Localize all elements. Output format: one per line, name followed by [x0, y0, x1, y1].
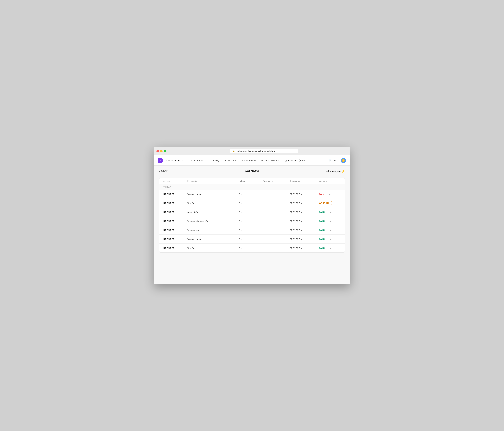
- action-cell: REQUEST: [163, 238, 187, 240]
- application-cell: –: [263, 202, 290, 205]
- header-application: Application: [263, 180, 290, 182]
- application-cell: –: [263, 247, 290, 249]
- nav-customize[interactable]: ✎ Customize: [239, 158, 258, 163]
- action-cell: REQUEST: [163, 211, 187, 214]
- nav-exchange[interactable]: ⊞ Exchange BETA: [282, 158, 309, 163]
- table-row[interactable]: REQUEST /transactions/get Client – 02:31…: [159, 190, 345, 199]
- nav-support[interactable]: ✉ Support: [222, 158, 238, 163]
- response-cell: PASS ⌄: [317, 246, 341, 250]
- expand-button[interactable]: ⌄: [329, 237, 333, 241]
- response-cell: WARNING ⌄: [317, 201, 341, 205]
- table-row[interactable]: REQUEST /accounts/balances/get Client – …: [159, 217, 345, 226]
- expand-button[interactable]: ⌄: [333, 201, 338, 205]
- action-cell: REQUEST: [163, 193, 187, 196]
- header-response: Response: [317, 180, 341, 182]
- timestamp-cell: 02:31:50 PM: [290, 238, 317, 240]
- initiator-cell: Client: [239, 211, 263, 214]
- nav-exchange-label: Exchange: [288, 159, 298, 162]
- browser-nav: ← →: [169, 149, 179, 153]
- overview-icon: ⌂: [190, 159, 192, 162]
- section-today: TODAY: [159, 185, 345, 190]
- forward-arrow[interactable]: →: [174, 149, 179, 153]
- nav-overview-label: Overview: [193, 159, 203, 162]
- browser-window: ← → 🔒 dashboard.plaid.com/exchange/valid…: [154, 147, 350, 284]
- initiator-cell: Client: [239, 193, 263, 196]
- response-cell: PASS ⌄: [317, 210, 341, 214]
- table-row[interactable]: REQUEST /transactions/get Client – 02:31…: [159, 235, 345, 244]
- description-cell: /transactions/get: [187, 238, 239, 240]
- browser-url-bar[interactable]: 🔒 dashboard.plaid.com/exchange/validator: [230, 149, 298, 153]
- description-cell: /accounts/get: [187, 229, 239, 231]
- top-navigation: P Platypus Bank ↕ ⌂ Overview 〰 Activity …: [154, 156, 350, 166]
- nav-team-settings-label: Team Settings: [264, 159, 279, 162]
- response-badge-pass: PASS: [317, 219, 327, 223]
- initiator-cell: Client: [239, 220, 263, 223]
- table-row[interactable]: REQUEST accounts/get Client – 02:31:50 P…: [159, 208, 345, 217]
- table-row[interactable]: REQUEST /item/get Client – 02:31:50 PM W…: [159, 199, 345, 208]
- exchange-icon: ⊞: [285, 159, 287, 162]
- expand-button[interactable]: ⌄: [328, 192, 332, 196]
- back-arrow[interactable]: ←: [169, 149, 173, 153]
- support-icon: ✉: [225, 159, 227, 162]
- action-cell: REQUEST: [163, 229, 187, 231]
- lock-icon: 🔒: [232, 150, 235, 152]
- response-badge-pass: PASS: [317, 246, 327, 250]
- nav-support-label: Support: [228, 159, 236, 162]
- docs-label: Docs: [333, 159, 338, 162]
- expand-button[interactable]: ⌄: [329, 219, 333, 223]
- back-arrow-icon: ‹: [159, 170, 160, 173]
- application-cell: –: [263, 229, 290, 231]
- response-cell: PASS ⌄: [317, 237, 341, 241]
- lightning-icon: ⚡: [342, 170, 345, 173]
- activity-icon: 〰: [208, 159, 211, 162]
- nav-overview[interactable]: ⌂ Overview: [188, 158, 205, 163]
- nav-activity-label: Activity: [212, 159, 219, 162]
- response-cell: PASS ⌄: [317, 219, 341, 223]
- header-description: Description: [187, 180, 239, 182]
- header-timestamp: Timestamp: [290, 180, 317, 182]
- action-cell: REQUEST: [163, 220, 187, 223]
- validate-again-button[interactable]: Validate again ⚡: [325, 170, 345, 173]
- initiator-cell: Client: [239, 238, 263, 240]
- beta-badge: BETA: [299, 159, 306, 162]
- back-label: BACK: [161, 170, 168, 173]
- description-cell: /transactions/get: [187, 193, 239, 196]
- brand: P Platypus Bank ↕: [158, 158, 183, 163]
- expand-button[interactable]: ⌄: [329, 228, 333, 232]
- browser-controls: [156, 150, 166, 152]
- docs-link[interactable]: 📄 Docs: [329, 159, 338, 162]
- team-settings-icon: ⚙: [261, 159, 263, 162]
- response-badge-fail: FAIL: [317, 192, 326, 196]
- table-row[interactable]: REQUEST /item/get Client – 02:31:50 PM P…: [159, 244, 345, 253]
- url-text: dashboard.plaid.com/exchange/validator: [236, 150, 275, 152]
- brand-chevron-icon[interactable]: ↕: [181, 159, 183, 162]
- page-body: ‹ BACK Validator Validate again ⚡ Action…: [154, 166, 350, 284]
- timestamp-cell: 02:31:50 PM: [290, 202, 317, 205]
- timestamp-cell: 02:31:50 PM: [290, 211, 317, 214]
- application-cell: –: [263, 238, 290, 240]
- expand-button[interactable]: ⌄: [329, 210, 333, 214]
- response-badge-pass: PASS: [317, 237, 327, 241]
- table-row[interactable]: REQUEST /accounts/get Client – 02:31:50 …: [159, 226, 345, 235]
- nav-activity[interactable]: 〰 Activity: [206, 158, 222, 163]
- validate-again-label: Validate again: [325, 170, 341, 173]
- nav-team-settings[interactable]: ⚙ Team Settings: [259, 158, 282, 163]
- header-action: Action: [163, 180, 187, 182]
- nav-customize-label: Customize: [244, 159, 256, 162]
- close-button[interactable]: [156, 150, 159, 152]
- validator-header: ‹ BACK Validator Validate again ⚡: [159, 170, 345, 173]
- user-avatar[interactable]: 😊: [341, 158, 346, 163]
- initiator-cell: Client: [239, 229, 263, 231]
- page-content: P Platypus Bank ↕ ⌂ Overview 〰 Activity …: [154, 156, 350, 284]
- timestamp-cell: 02:31:50 PM: [290, 220, 317, 223]
- customize-icon: ✎: [241, 159, 243, 162]
- maximize-button[interactable]: [164, 150, 166, 152]
- back-link[interactable]: ‹ BACK: [159, 170, 168, 173]
- minimize-button[interactable]: [160, 150, 162, 152]
- application-cell: –: [263, 220, 290, 223]
- response-cell: FAIL ⌄: [317, 192, 341, 196]
- description-cell: accounts/get: [187, 211, 239, 214]
- table-header: Action Description Initiator Application…: [159, 178, 345, 185]
- docs-icon: 📄: [329, 159, 332, 162]
- expand-button[interactable]: ⌄: [329, 246, 333, 250]
